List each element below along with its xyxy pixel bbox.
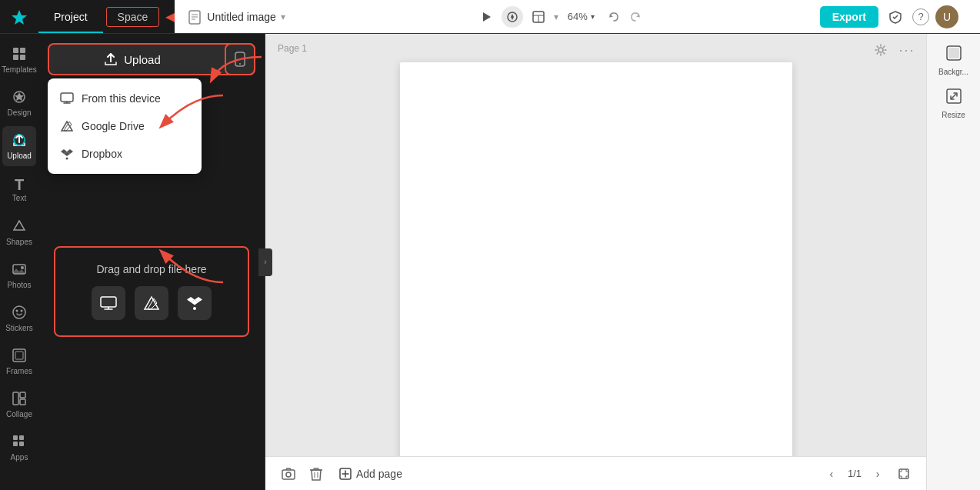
- device-icon: [60, 92, 74, 105]
- svg-point-58: [878, 48, 883, 52]
- dropdown-item-device[interactable]: From this device: [48, 85, 202, 112]
- svg-marker-0: [12, 10, 27, 25]
- drag-drop-area[interactable]: Drag and drop file here: [54, 246, 249, 337]
- svg-rect-14: [13, 55, 18, 60]
- zoom-control[interactable]: 64% ▾: [563, 9, 599, 24]
- svg-point-22: [21, 266, 24, 269]
- templates-label: Templates: [2, 66, 37, 74]
- right-actions: Export ? U: [820, 5, 968, 28]
- dropbox-label: Dropbox: [82, 148, 122, 160]
- sidebar-item-stickers[interactable]: Stickers: [2, 298, 36, 338]
- svg-rect-26: [13, 349, 25, 362]
- tab-space[interactable]: Space: [106, 7, 160, 27]
- svg-rect-33: [13, 442, 18, 446]
- right-panel: Backgr... Resize: [926, 34, 980, 490]
- animate-icon: [506, 11, 518, 23]
- doc-dropdown-arrow[interactable]: ▾: [281, 12, 285, 22]
- export-button[interactable]: Export: [820, 6, 878, 28]
- svg-rect-29: [20, 392, 25, 398]
- svg-point-56: [193, 307, 196, 310]
- apps-label: Apps: [11, 454, 28, 462]
- dropdown-item-gdrive[interactable]: Google Drive: [48, 112, 202, 140]
- undo-btn[interactable]: [604, 7, 624, 27]
- prev-page-btn[interactable]: ‹: [822, 464, 842, 484]
- expand-icon: [898, 468, 910, 480]
- drag-dropbox-btn[interactable]: [178, 286, 212, 320]
- tab-area: Project Space ◀: [38, 0, 175, 33]
- canvas-area: Page 1 ···: [265, 34, 926, 490]
- apps-svg: [12, 434, 27, 449]
- svg-rect-59: [282, 470, 295, 479]
- svg-rect-13: [20, 48, 25, 53]
- doc-title[interactable]: Untitled image: [207, 11, 276, 23]
- drag-gdrive-icon: [143, 295, 160, 311]
- shield-btn[interactable]: [885, 6, 906, 28]
- stickers-label: Stickers: [5, 325, 33, 332]
- play-btn[interactable]: [475, 6, 497, 28]
- apps-icon: [12, 434, 27, 452]
- redo-btn[interactable]: [625, 7, 645, 27]
- templates-icon: [12, 46, 27, 64]
- tab-project[interactable]: Project: [38, 0, 103, 33]
- upload-btn-area: Upload: [38, 34, 265, 85]
- expand-btn[interactable]: [894, 464, 914, 484]
- svg-rect-31: [13, 435, 18, 440]
- layout-dropdown[interactable]: ▾: [554, 12, 558, 22]
- upload-icon: [12, 132, 27, 150]
- back-arrow-icon[interactable]: ◀: [165, 9, 175, 24]
- undo-redo-area: [604, 7, 645, 27]
- shapes-icon: [12, 218, 27, 236]
- layout-btn[interactable]: [528, 6, 549, 28]
- drag-gdrive-btn[interactable]: [135, 286, 168, 320]
- collage-label: Collage: [6, 411, 32, 418]
- dropdown-item-dropbox[interactable]: Dropbox: [48, 140, 202, 168]
- dropbox-icon: [60, 148, 74, 160]
- stickers-icon: [12, 305, 27, 322]
- dropdown-menu: From this device Google Drive Dr: [48, 78, 202, 174]
- photos-icon: [12, 262, 27, 279]
- next-page-btn[interactable]: ›: [868, 464, 888, 484]
- sidebar-item-frames[interactable]: Frames: [2, 342, 36, 382]
- page-settings-btn[interactable]: [871, 40, 891, 60]
- stickers-svg: [12, 305, 27, 320]
- sidebar-item-upload[interactable]: Upload: [2, 126, 36, 166]
- snapshot-btn[interactable]: [278, 463, 299, 485]
- sidebar-item-text[interactable]: T Text: [2, 169, 36, 209]
- help-btn[interactable]: ?: [912, 8, 929, 25]
- sidebar-item-collage[interactable]: Collage: [2, 385, 36, 425]
- add-page-btn[interactable]: Add page: [333, 465, 408, 483]
- user-avatar[interactable]: U: [935, 5, 958, 28]
- logo-icon: [11, 8, 28, 25]
- page-count: 1/1: [848, 468, 862, 479]
- page-more-btn[interactable]: ···: [897, 40, 917, 60]
- right-panel-resize[interactable]: Resize: [931, 83, 977, 123]
- sidebar-item-photos[interactable]: Photos: [2, 255, 36, 295]
- design-label: Design: [7, 109, 31, 117]
- text-label: Text: [12, 195, 26, 202]
- sidebar-item-shapes[interactable]: Shapes: [2, 212, 36, 252]
- sidebar-item-design[interactable]: Design: [2, 83, 36, 123]
- right-panel-background[interactable]: Backgr...: [931, 40, 977, 80]
- upload-phone-btn[interactable]: [225, 43, 255, 75]
- animate-btn[interactable]: [502, 6, 523, 28]
- frames-svg: [12, 348, 27, 363]
- drag-device-btn[interactable]: [92, 286, 125, 320]
- svg-point-23: [13, 306, 25, 318]
- sidebar-item-apps[interactable]: Apps: [2, 428, 36, 468]
- white-canvas: [400, 62, 792, 462]
- device-label: From this device: [82, 92, 161, 105]
- sidebar-item-templates[interactable]: Templates: [2, 40, 36, 80]
- gdrive-label: Google Drive: [82, 120, 145, 132]
- zoom-dropdown-arrow: ▾: [591, 12, 595, 21]
- svg-marker-5: [483, 12, 491, 22]
- resize-svg: [945, 88, 962, 105]
- upload-panel: Upload: [38, 34, 265, 490]
- svg-rect-12: [13, 48, 18, 53]
- collapse-handle[interactable]: ›: [258, 248, 272, 276]
- text-icon: T: [15, 177, 24, 192]
- svg-marker-21: [13, 268, 25, 274]
- logo-area[interactable]: [0, 0, 38, 33]
- trash-btn[interactable]: [305, 463, 327, 485]
- bottom-bar: Add page ‹ 1/1 ›: [265, 456, 926, 490]
- svg-point-25: [21, 310, 23, 312]
